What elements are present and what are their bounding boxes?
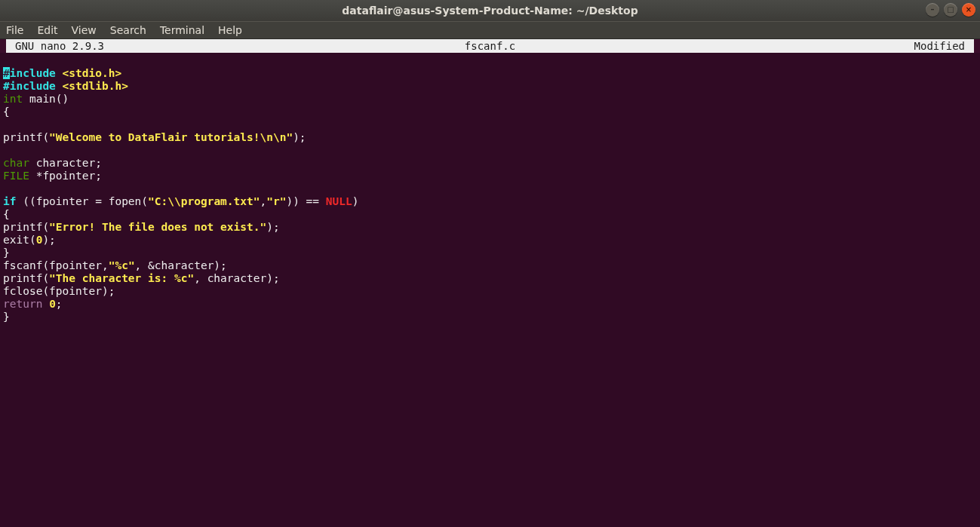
menu-search[interactable]: Search: [110, 24, 146, 36]
code-token: }: [3, 311, 10, 323]
window-controls: – □ ×: [926, 3, 975, 17]
code-token: char: [3, 157, 29, 169]
code-token: , &character);: [135, 259, 227, 271]
minimize-icon: –: [931, 6, 935, 14]
code-token: "Welcome to DataFlair tutorials!\n\n": [49, 131, 293, 143]
cursor: #: [3, 67, 10, 79]
menu-help[interactable]: Help: [218, 24, 242, 36]
menu-edit[interactable]: Edit: [37, 24, 57, 36]
code-token: NULL: [326, 195, 352, 207]
window-title: dataflair@asus-System-Product-Name: ~/De…: [342, 5, 637, 17]
code-token: }: [3, 247, 10, 259]
nano-modified: Modified: [914, 40, 965, 52]
code-token: [42, 298, 49, 310]
titlebar: dataflair@asus-System-Product-Name: ~/De…: [0, 0, 980, 21]
code-token: printf(: [3, 131, 49, 143]
code-token: "r": [266, 195, 286, 207]
menu-file[interactable]: File: [6, 24, 23, 36]
minimize-button[interactable]: –: [926, 3, 939, 17]
nano-filename: fscanf.c: [465, 40, 515, 52]
code-token: "The character is: %c": [49, 272, 194, 284]
code-token: *fpointer;: [29, 170, 102, 182]
code-token: return: [3, 298, 42, 310]
code-token: {: [3, 106, 10, 118]
code-token: ;: [56, 298, 63, 310]
code-token: FILE: [3, 170, 29, 182]
code-token: <stdlib.h>: [63, 80, 128, 92]
code-token: "Error! The file does not exist.": [49, 221, 266, 233]
nano-status-bar: GNU nano 2.9.3 fscanf.c Modified: [6, 39, 974, 53]
close-button[interactable]: ×: [962, 3, 975, 17]
code-token: printf(: [3, 221, 49, 233]
code-token: , character);: [194, 272, 280, 284]
code-token: ,: [260, 195, 266, 207]
code-token: character;: [29, 157, 102, 169]
code-token: {: [3, 208, 10, 220]
editor-area[interactable]: #include <stdio.h> #include <stdlib.h> i…: [0, 53, 980, 527]
blank-line: [3, 54, 10, 66]
code-token: )) ==: [286, 195, 325, 207]
menubar: File Edit View Search Terminal Help: [0, 21, 980, 39]
code-token: "C:\\program.txt": [148, 195, 260, 207]
close-icon: ×: [966, 6, 972, 14]
code-token: 0: [49, 298, 56, 310]
maximize-icon: □: [947, 6, 954, 14]
maximize-button[interactable]: □: [944, 3, 957, 17]
code-token: printf(: [3, 272, 49, 284]
menu-terminal[interactable]: Terminal: [160, 24, 204, 36]
code-token: #include: [3, 80, 63, 92]
code-token: <stdio.h>: [63, 67, 122, 79]
code-token: );: [293, 131, 306, 143]
code-token: "%c": [109, 259, 135, 271]
code-token: if: [3, 195, 16, 207]
code-token: include: [10, 67, 63, 79]
nano-version: GNU nano 2.9.3: [15, 40, 104, 52]
code-token: int: [3, 93, 23, 105]
code-token: ): [352, 195, 359, 207]
code-token: exit(: [3, 234, 36, 246]
code-token: );: [266, 221, 279, 233]
code-token: main(): [23, 93, 69, 105]
code-token: fscanf(fpointer,: [3, 259, 109, 271]
code-token: ((fpointer = fopen(: [16, 195, 148, 207]
menu-view[interactable]: View: [72, 24, 97, 36]
code-token: fclose(fpointer);: [3, 285, 115, 297]
code-token: );: [42, 234, 55, 246]
